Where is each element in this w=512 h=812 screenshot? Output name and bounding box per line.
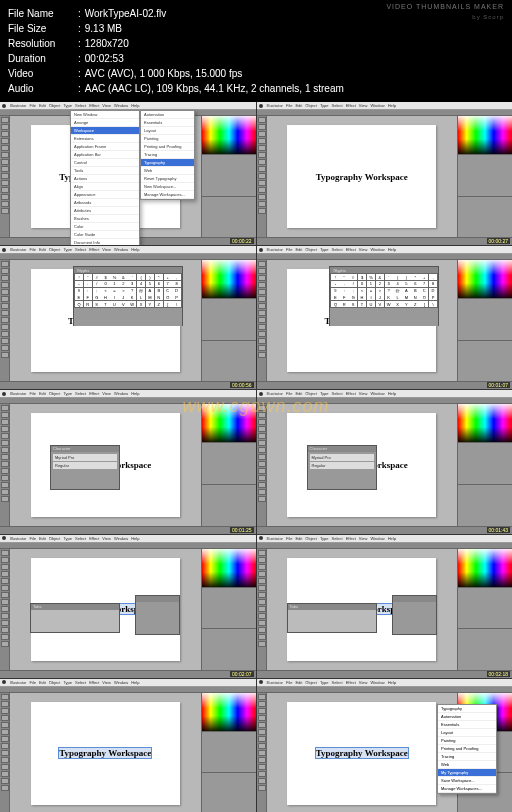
- glyph-cell[interactable]: T: [101, 301, 109, 307]
- menu-item[interactable]: View: [102, 536, 111, 541]
- tool-button[interactable]: [258, 475, 266, 481]
- context-item[interactable]: Manage Workspaces...: [438, 785, 496, 793]
- menu-item[interactable]: View: [359, 680, 368, 685]
- menu-item[interactable]: Select: [332, 680, 343, 685]
- glyph-cell[interactable]: 2: [376, 281, 384, 287]
- tool-button[interactable]: [1, 461, 9, 467]
- tool-button[interactable]: [1, 268, 9, 274]
- glyph-cell[interactable]: $: [358, 274, 366, 280]
- glyph-cell[interactable]: 0: [101, 281, 109, 287]
- thumbnail[interactable]: IllustratorFileEditObjectTypeSelectEffec…: [257, 246, 513, 389]
- menu-item[interactable]: Type: [320, 536, 329, 541]
- glyph-cell[interactable]: #: [349, 274, 357, 280]
- tool-button[interactable]: [258, 426, 266, 432]
- menu-item[interactable]: Edit: [39, 391, 46, 396]
- tool-button[interactable]: [258, 750, 266, 756]
- glyph-cell[interactable]: [: [164, 301, 172, 307]
- tool-button[interactable]: [258, 324, 266, 330]
- tool-button[interactable]: [258, 289, 266, 295]
- tool-button[interactable]: [1, 722, 9, 728]
- glyph-cell[interactable]: <: [101, 288, 109, 294]
- tool-button[interactable]: [1, 627, 9, 633]
- dropdown-item[interactable]: Document Info: [71, 239, 139, 245]
- glyph-cell[interactable]: L: [137, 294, 145, 300]
- color-picker-panel[interactable]: [458, 549, 512, 587]
- panel-section[interactable]: [202, 772, 256, 812]
- menu-item[interactable]: Edit: [295, 536, 302, 541]
- menu-item[interactable]: Select: [75, 247, 86, 252]
- tool-button[interactable]: [1, 489, 9, 495]
- submenu-item[interactable]: Tracing: [141, 151, 194, 159]
- menu-item[interactable]: File: [29, 103, 35, 108]
- glyph-cell[interactable]: :: [84, 288, 92, 294]
- tool-button[interactable]: [258, 405, 266, 411]
- glyph-cell[interactable]: W: [385, 301, 393, 307]
- glyph-cell[interactable]: /: [93, 281, 101, 287]
- tool-button[interactable]: [1, 620, 9, 626]
- menu-item[interactable]: Window: [370, 391, 384, 396]
- glyph-cell[interactable]: J: [376, 294, 384, 300]
- tool-button[interactable]: [258, 641, 266, 647]
- menu-item[interactable]: Help: [388, 103, 396, 108]
- tool-button[interactable]: [1, 131, 9, 137]
- dropdown-item[interactable]: Tools: [71, 167, 139, 175]
- menu-item[interactable]: Object: [305, 103, 317, 108]
- character-panel[interactable]: CharacterMyriad ProRegular: [50, 445, 120, 490]
- glyph-cell[interactable]: 3: [385, 281, 393, 287]
- tool-button[interactable]: [258, 261, 266, 267]
- glyph-cell[interactable]: X: [137, 301, 145, 307]
- tool-button[interactable]: [1, 310, 9, 316]
- tool-button[interactable]: [1, 496, 9, 502]
- glyph-cell[interactable]: F: [340, 294, 348, 300]
- dropdown-item[interactable]: Application Frame: [71, 143, 139, 151]
- tool-button[interactable]: [1, 785, 9, 791]
- glyph-cell[interactable]: ": [340, 274, 348, 280]
- menu-item[interactable]: Type: [63, 391, 72, 396]
- color-picker-panel[interactable]: [202, 260, 256, 298]
- menu-item[interactable]: Illustrator: [267, 103, 283, 108]
- panel-section[interactable]: [202, 196, 256, 238]
- menu-item[interactable]: Illustrator: [10, 536, 26, 541]
- menu-item[interactable]: Select: [332, 103, 343, 108]
- tool-button[interactable]: [258, 585, 266, 591]
- menu-item[interactable]: Select: [332, 391, 343, 396]
- menu-item[interactable]: Type: [63, 536, 72, 541]
- tool-button[interactable]: [1, 571, 9, 577]
- glyph-cell[interactable]: ": [84, 274, 92, 280]
- menu-item[interactable]: Help: [131, 103, 139, 108]
- dropdown-item[interactable]: Actions: [71, 175, 139, 183]
- dropdown-item[interactable]: Color: [71, 223, 139, 231]
- glyph-cell[interactable]: !: [75, 274, 83, 280]
- menu-item[interactable]: Effect: [346, 391, 356, 396]
- artboard-text[interactable]: Typography Workspace: [316, 172, 408, 182]
- menu-item[interactable]: Type: [320, 680, 329, 685]
- thumbnail[interactable]: IllustratorFileEditObjectTypeSelectEffec…: [257, 679, 513, 812]
- menu-item[interactable]: File: [29, 247, 35, 252]
- glyph-cell[interactable]: >: [119, 288, 127, 294]
- menu-item[interactable]: Help: [131, 247, 139, 252]
- glyph-cell[interactable]: +: [420, 274, 428, 280]
- glyph-cell[interactable]: K: [385, 294, 393, 300]
- menu-item[interactable]: Window: [370, 680, 384, 685]
- glyph-cell[interactable]: P: [172, 294, 180, 300]
- tool-button[interactable]: [1, 613, 9, 619]
- tool-button[interactable]: [1, 145, 9, 151]
- tabs-panel[interactable]: Tabs: [287, 603, 377, 633]
- glyph-cell[interactable]: I: [110, 294, 118, 300]
- tool-button[interactable]: [258, 578, 266, 584]
- dropdown-field[interactable]: Myriad Pro: [310, 454, 374, 461]
- tool-button[interactable]: [1, 771, 9, 777]
- dropdown-item[interactable]: Align: [71, 183, 139, 191]
- menu-item[interactable]: Illustrator: [267, 391, 283, 396]
- context-item[interactable]: Essentials: [438, 721, 496, 729]
- menu-item[interactable]: File: [286, 680, 292, 685]
- menu-item[interactable]: Object: [49, 536, 61, 541]
- menu-item[interactable]: Select: [332, 247, 343, 252]
- menu-item[interactable]: Select: [75, 103, 86, 108]
- glyph-cell[interactable]: 0: [358, 281, 366, 287]
- dropdown-item[interactable]: Attributes: [71, 207, 139, 215]
- glyph-cell[interactable]: ;: [349, 288, 357, 294]
- panel-section[interactable]: [458, 298, 512, 340]
- tool-button[interactable]: [258, 778, 266, 784]
- tool-button[interactable]: [1, 708, 9, 714]
